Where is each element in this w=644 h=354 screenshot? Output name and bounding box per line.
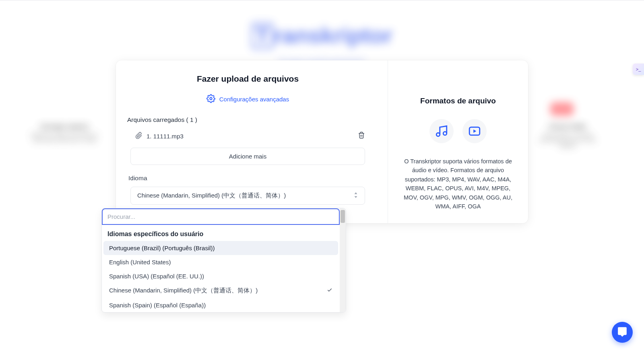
top-divider [0, 0, 644, 0]
file-name: 1. 11111.mp3 [147, 133, 184, 140]
language-option-label: Portuguese (Brazil) (Português (Brasil)) [109, 245, 215, 251]
modal-title: Fazer upload de arquivos [127, 74, 368, 84]
check-icon [327, 287, 332, 294]
language-select-value: Chinese (Mandarin, Simplified) (中文（普通话、简… [137, 192, 286, 200]
dropdown-scrollbar[interactable] [340, 208, 346, 312]
file-row: 1. 11111.mp3 [127, 132, 368, 140]
modal-side-panel: Formatos de arquivo O Transkriptor supor… [388, 60, 528, 223]
upload-modal: Fazer upload de arquivos Configurações a… [116, 60, 528, 223]
formats-description: O Transkriptor suporta vários formatos d… [401, 157, 515, 211]
language-option-label: Spanish (USA) (Español (EE. UU.)) [109, 273, 204, 280]
svg-point-0 [210, 97, 212, 100]
video-format-icon [462, 119, 487, 143]
language-option-label: Spanish (Spain) (Español (España)) [109, 302, 206, 309]
language-option[interactable]: Portuguese (Brazil) (Português (Brasil)) [103, 241, 338, 255]
audio-format-icon [429, 119, 454, 143]
language-option[interactable]: Chinese (Mandarin, Simplified) (中文（普通话、简… [103, 283, 338, 298]
language-option[interactable]: Spanish (USA) (Español (EE. UU.)) [103, 269, 338, 283]
language-select[interactable]: Chinese (Mandarin, Simplified) (中文（普通话、简… [130, 187, 365, 205]
paperclip-icon [135, 132, 142, 140]
advanced-settings-link[interactable]: Configurações avançadas [127, 94, 368, 104]
dropdown-scrollbar-thumb[interactable] [341, 210, 345, 223]
delete-file-button[interactable] [358, 132, 365, 140]
chat-icon [617, 326, 627, 338]
language-search-input[interactable] [102, 208, 340, 225]
format-icons-row [401, 119, 515, 143]
language-option[interactable]: Spanish (Spain) (Español (España)) [103, 298, 338, 312]
terminal-icon: >_ [636, 67, 641, 72]
language-label: Idioma [128, 175, 368, 182]
svg-point-4 [443, 132, 447, 135]
brand-logo: Transkriptor [252, 22, 392, 49]
formats-title: Formatos de arquivo [401, 97, 515, 105]
svg-marker-6 [473, 130, 476, 133]
select-chevron-icon [353, 192, 358, 199]
svg-point-3 [436, 133, 440, 136]
modal-main-panel: Fazer upload de arquivos Configurações a… [116, 60, 388, 223]
language-option-label: English (United States) [109, 259, 171, 266]
language-option[interactable]: English (United States) [103, 255, 338, 269]
language-option-label: Chinese (Mandarin, Simplified) (中文（普通话、简… [109, 287, 258, 294]
uploaded-files-label: Arquivos carregados ( 1 ) [127, 116, 368, 123]
gear-icon [206, 94, 215, 104]
dev-console-badge[interactable]: >_ [633, 64, 644, 75]
dropdown-section-title: Idiomas específicos do usuário [102, 225, 340, 241]
language-dropdown: Idiomas específicos do usuário Portugues… [101, 208, 346, 313]
advanced-settings-label: Configurações avançadas [219, 96, 289, 103]
chat-fab-button[interactable] [612, 322, 633, 343]
add-more-button[interactable]: Adicione mais [130, 148, 365, 165]
